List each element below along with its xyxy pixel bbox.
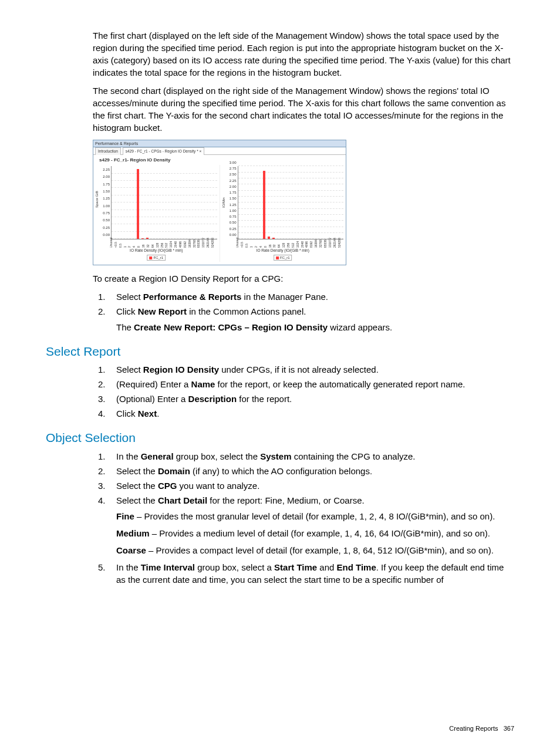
chart-left-space: Space GiB IO Rate Density (IO/(GiB * min… <box>93 165 220 262</box>
create-report-intro: To create a Region IO Density Report for… <box>93 272 514 285</box>
step-chart-detail: Select the Chart Detail for the report: … <box>113 494 514 556</box>
chart-left-ylabel: Space GiB <box>95 191 99 208</box>
tab-introduction[interactable]: Introduction <box>95 147 121 155</box>
step-enter-description: (Optional) Enter a Description for the r… <box>113 393 514 405</box>
intro-paragraph-1: The first chart (displayed on the left s… <box>93 29 514 79</box>
step-select-region-io-density: Select Region IO Density under CPGs, if … <box>113 363 514 376</box>
chart-left-legend: FC_r1 <box>147 255 166 261</box>
region-io-density-chart-window: Performance & Reports Introduction s429 … <box>93 140 346 265</box>
step-time-interval: In the Time Interval group box, select a… <box>113 561 514 586</box>
chart-left-xlabel: IO Rate Density (IO/(GiB * min) <box>93 248 220 253</box>
step-click-next: Click Next. <box>113 407 514 420</box>
chart-window-titlebar: Performance & Reports <box>93 140 346 147</box>
select-report-steps: Select Region IO Density under CPGs, if … <box>93 363 514 420</box>
heading-object-selection: Object Selection <box>46 429 514 446</box>
heading-select-report: Select Report <box>46 343 514 360</box>
step-select-cpg: Select the CPG you want to analyze. <box>113 480 514 492</box>
detail-fine: Fine – Provides the most granular level … <box>116 510 514 522</box>
wizard-appears-text: The Create New Report: CPGs – Region IO … <box>116 321 514 333</box>
step-select-perf-reports: Select Performance & Reports in the Mana… <box>113 291 514 303</box>
step-select-domain: Select the Domain (if any) to which the … <box>113 465 514 477</box>
step-enter-name: (Required) Enter a Name for the report, … <box>113 378 514 390</box>
chart-right-iomin: IO/Min IO Rate Density (IO/(GiB * min) F… <box>220 165 346 262</box>
create-report-steps: Select Performance & Reports in the Mana… <box>93 291 514 333</box>
chart-title: s429 - FC_r1- Region IO Density <box>93 155 346 165</box>
object-selection-steps: In the General group box, select the Sys… <box>93 450 514 586</box>
chart-tabs: Introduction s429 - FC_r1 - CPGs - Regio… <box>93 147 346 155</box>
chart-right-ylabel: IO/Min <box>221 197 226 208</box>
chart-right-legend: FC_r1 <box>274 255 292 261</box>
tab-report[interactable]: s429 - FC_r1 - CPGs - Region IO Density … <box>123 147 205 155</box>
step-click-new-report: Click New Report in the Common Actions p… <box>113 305 514 333</box>
detail-coarse: Coarse – Provides a compact level of det… <box>116 544 514 556</box>
detail-medium: Medium – Provides a medium level of deta… <box>116 527 514 539</box>
chart-right-xlabel: IO Rate Density (IO/(GiB * min) <box>220 248 346 253</box>
step-general-system: In the General group box, select the Sys… <box>113 450 514 463</box>
intro-paragraph-2: The second chart (displayed on the right… <box>93 85 514 134</box>
